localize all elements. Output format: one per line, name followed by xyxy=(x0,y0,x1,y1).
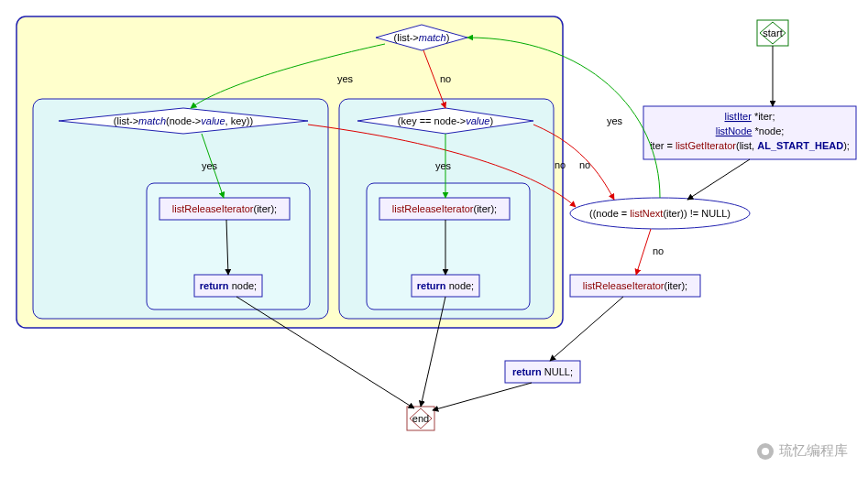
flowchart: start listIter *iter; listNode *node; it… xyxy=(0,0,868,478)
svg-text:iter = listGetIterator(list, A: iter = listGetIterator(list, AL_START_HE… xyxy=(650,140,850,151)
svg-text:return node;: return node; xyxy=(200,280,257,291)
label-no: no xyxy=(440,73,451,84)
release-outer: listReleaseIterator(iter); xyxy=(570,275,700,297)
svg-text:listReleaseIterator(iter);: listReleaseIterator(iter); xyxy=(392,203,497,214)
end-node: end xyxy=(407,407,434,430)
label-yes: yes xyxy=(607,115,623,126)
release-right: listReleaseIterator(iter); xyxy=(379,198,510,220)
start-node: start xyxy=(757,20,788,46)
svg-text:(key == node->value): (key == node->value) xyxy=(398,115,493,126)
svg-text:no: no xyxy=(579,159,590,170)
release-left: listReleaseIterator(iter); xyxy=(159,198,290,220)
svg-text:(list->match(node->value, key): (list->match(node->value, key)) xyxy=(114,115,253,126)
return-null: return NULL; xyxy=(505,361,580,383)
return-node-right: return node; xyxy=(412,275,479,297)
svg-text:no: no xyxy=(653,245,664,256)
svg-text:yes: yes xyxy=(337,73,354,84)
loop-condition: ((node = listNext(iter)) != NULL) xyxy=(570,198,750,229)
svg-text:((node = listNext(iter)) != NU: ((node = listNext(iter)) != NULL) xyxy=(589,208,731,219)
svg-text:return node;: return node; xyxy=(417,280,474,291)
init-box: listIter *iter; listNode *node; iter = l… xyxy=(643,106,856,159)
svg-text:end: end xyxy=(412,413,429,424)
svg-text:(list->match): (list->match) xyxy=(394,32,450,43)
svg-text:listReleaseIterator(iter);: listReleaseIterator(iter); xyxy=(583,280,687,291)
watermark: 琉忆编程库 xyxy=(757,442,848,460)
svg-text:yes: yes xyxy=(435,160,452,171)
svg-text:start: start xyxy=(763,27,782,38)
return-node-left: return node; xyxy=(194,275,262,297)
svg-text:listIter *iter;: listIter *iter; xyxy=(724,111,775,122)
svg-text:yes: yes xyxy=(202,160,218,171)
svg-text:listReleaseIterator(iter);: listReleaseIterator(iter); xyxy=(172,203,277,214)
svg-text:return NULL;: return NULL; xyxy=(512,366,573,377)
svg-text:no: no xyxy=(555,159,566,170)
svg-text:listNode *node;: listNode *node; xyxy=(716,125,785,136)
